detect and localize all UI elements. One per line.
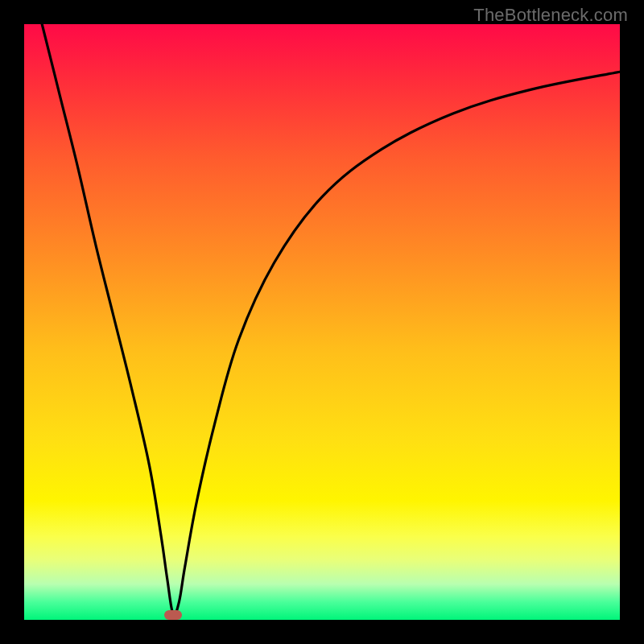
watermark-text: TheBottleneck.com [473,5,628,26]
chart-frame: TheBottleneck.com [0,0,644,644]
plot-area [24,24,620,620]
bottleneck-curve [24,24,620,620]
curve-path [42,24,620,615]
min-marker [164,610,182,620]
